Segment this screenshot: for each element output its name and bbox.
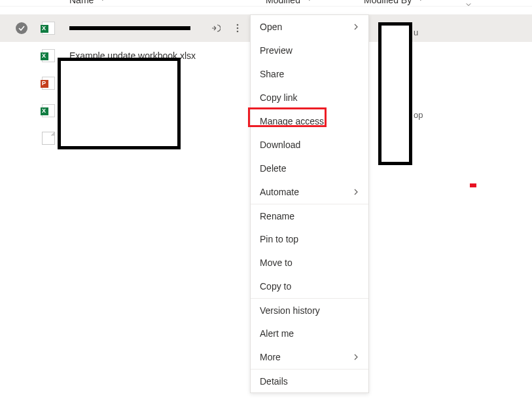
row-selected-check-icon[interactable] bbox=[16, 22, 27, 34]
menu-item-preview[interactable]: Preview bbox=[251, 39, 368, 62]
excel-file-icon bbox=[42, 22, 55, 35]
menu-item-label: Download bbox=[260, 140, 300, 150]
menu-item-label: Manage access bbox=[260, 116, 324, 126]
column-header-name-label: Name bbox=[69, 0, 94, 5]
row-actions bbox=[209, 22, 243, 34]
menu-item-alert-me[interactable]: Alert me bbox=[251, 322, 368, 345]
more-actions-icon[interactable] bbox=[232, 22, 243, 34]
column-header-row: Name Modified Modified By + Add column bbox=[0, 0, 532, 7]
menu-item-more[interactable]: More bbox=[251, 345, 368, 369]
modified-by-fragment: u bbox=[414, 28, 418, 37]
chevron-right-icon bbox=[353, 22, 359, 32]
menu-item-label: Version history bbox=[260, 305, 320, 316]
column-header-modified-by-label: Modified By bbox=[364, 0, 412, 5]
menu-item-label: Automate bbox=[260, 187, 299, 197]
menu-item-label: Open bbox=[260, 22, 282, 32]
powerpoint-file-icon bbox=[42, 77, 55, 90]
menu-item-label: Copy to bbox=[260, 281, 291, 292]
chevron-down-icon bbox=[466, 0, 471, 4]
redaction-box bbox=[378, 22, 412, 165]
menu-item-automate[interactable]: Automate bbox=[251, 180, 368, 204]
excel-file-icon bbox=[42, 104, 55, 117]
menu-item-pin-to-top[interactable]: Pin to top bbox=[251, 227, 368, 251]
excel-file-icon bbox=[42, 49, 55, 62]
menu-item-delete[interactable]: Delete bbox=[251, 157, 368, 180]
menu-item-label: Details bbox=[260, 376, 288, 387]
column-header-modified[interactable]: Modified bbox=[266, 0, 312, 5]
chevron-right-icon bbox=[353, 352, 359, 362]
menu-item-rename[interactable]: Rename bbox=[251, 204, 368, 227]
menu-item-manage-access[interactable]: Manage access bbox=[251, 109, 368, 133]
column-header-name[interactable]: Name bbox=[69, 0, 105, 5]
file-name[interactable]: Dropdown with Search.xlsx bbox=[69, 26, 190, 30]
menu-item-label: Delete bbox=[260, 163, 286, 174]
menu-item-label: Alert me bbox=[260, 328, 294, 339]
svg-point-2 bbox=[237, 31, 239, 33]
column-header-add-column[interactable]: + Add column bbox=[462, 0, 532, 10]
svg-point-0 bbox=[237, 24, 239, 26]
menu-item-details[interactable]: Details bbox=[251, 369, 368, 392]
modified-by-fragment: op bbox=[414, 110, 423, 120]
column-header-modified-by[interactable]: Modified By bbox=[364, 0, 423, 5]
menu-item-label: Pin to top bbox=[260, 234, 298, 244]
menu-item-share[interactable]: Share bbox=[251, 62, 368, 86]
menu-item-label: Share bbox=[260, 69, 284, 79]
svg-point-1 bbox=[237, 28, 239, 29]
menu-item-version-history[interactable]: Version history bbox=[251, 298, 368, 322]
chevron-right-icon bbox=[353, 187, 359, 197]
red-marker bbox=[470, 183, 476, 187]
menu-item-label: More bbox=[260, 352, 281, 362]
menu-item-label: Preview bbox=[260, 45, 293, 56]
menu-item-copy-link[interactable]: Copy link bbox=[251, 86, 368, 109]
menu-item-move-to[interactable]: Move to bbox=[251, 251, 368, 275]
menu-item-open[interactable]: Open bbox=[251, 15, 368, 39]
menu-item-copy-to[interactable]: Copy to bbox=[251, 275, 368, 298]
menu-item-download[interactable]: Download bbox=[251, 133, 368, 157]
menu-item-label: Move to bbox=[260, 257, 293, 268]
column-header-modified-label: Modified bbox=[266, 0, 300, 5]
share-icon[interactable] bbox=[209, 22, 221, 34]
context-menu: Open Preview Share Copy link Manage acce… bbox=[250, 14, 369, 393]
generic-file-icon bbox=[42, 132, 55, 145]
menu-item-label: Copy link bbox=[260, 92, 298, 103]
menu-item-label: Rename bbox=[260, 211, 294, 221]
redaction-box bbox=[58, 58, 181, 149]
